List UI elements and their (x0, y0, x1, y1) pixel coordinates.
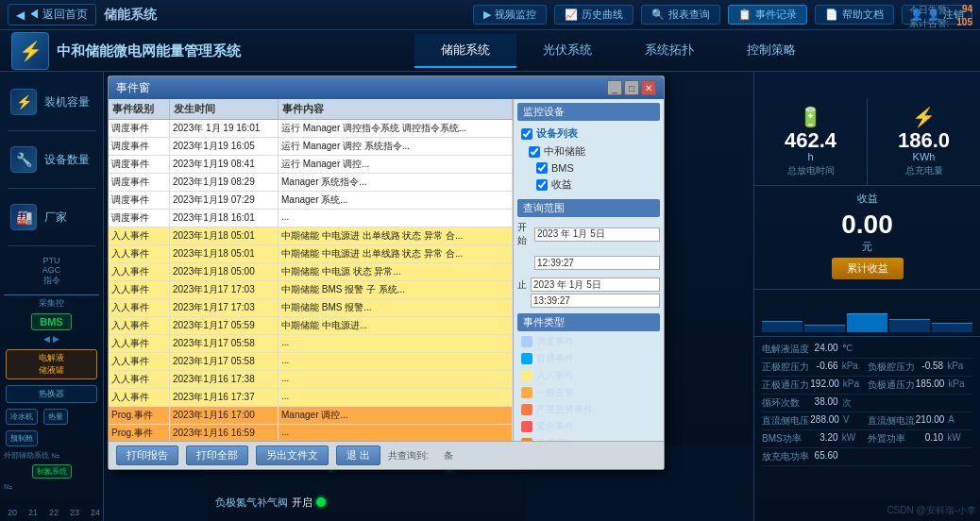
device-checkbox-bms[interactable] (536, 162, 548, 174)
main-nav-tabs: 储能系统 光伏系统 系统拓扑 控制策略 (257, 34, 980, 68)
pos-chamber-label: 正极腔压力 (762, 361, 813, 374)
start-date-input[interactable] (534, 227, 660, 242)
event-type-human[interactable]: 入人事件 (517, 367, 660, 384)
exit-button[interactable]: 退 出 (336, 445, 380, 465)
print-all-button[interactable]: 打印全部 (186, 445, 248, 465)
event-type-normal[interactable]: 普通事件 (517, 350, 660, 367)
sidebar-item-devices[interactable]: 🔧 设备数量 (0, 137, 103, 182)
pos-chamber-value: -0.66 (813, 361, 838, 374)
event-type-dispatch[interactable]: 调度事件 (517, 333, 660, 350)
tab-control-strategy[interactable]: 控制策略 (720, 34, 822, 68)
device-checkbox-list[interactable] (521, 128, 532, 140)
charge-unit: KWh (913, 151, 936, 162)
back-icon: ◀ (16, 8, 25, 22)
start-time-input[interactable] (534, 256, 660, 270)
device-list-label: 设备列表 (536, 126, 578, 141)
event-table-scroll[interactable]: 调度事件 2023年 1月 19 16:01 运行 Manager 调控指令系统… (109, 120, 513, 441)
table-row[interactable]: 入人事件 2023年1月16 17:38 ... (109, 371, 513, 389)
negative-valve-value: 开启 (292, 496, 313, 510)
table-row[interactable]: 调度事件 2023年1月19 07:29 Manager 系统... (109, 192, 513, 210)
empty-value (918, 343, 943, 356)
table-row[interactable]: 调度事件 2023年1月18 16:01 ... (109, 210, 513, 227)
report-query-button[interactable]: 🔍 报表查询 (641, 5, 720, 25)
temp-label: 电解液温度 (762, 343, 813, 356)
heater-box[interactable]: 热换器 (6, 385, 97, 403)
close-button[interactable]: ✕ (641, 80, 656, 95)
serious-alarm-color (521, 404, 532, 415)
cold-water-box[interactable]: 冷水机 (6, 409, 38, 425)
table-row[interactable]: Prog.事件 2023年1月16 16:59 ... (109, 425, 513, 441)
export-file-button[interactable]: 另出文件文 (256, 445, 329, 465)
table-row[interactable]: 入人事件 2023年1月17 05:58 ... (109, 353, 513, 371)
table-row[interactable]: 入人事件 2023年1月18 05:01 中期储能 中电源进 出单线路 状态 异… (109, 227, 513, 245)
print-report-button[interactable]: 打印报告 (116, 445, 178, 465)
event-type-general-alarm[interactable]: 一般告警 (517, 384, 660, 401)
history-curve-button[interactable]: 📈 历史曲线 (554, 5, 634, 25)
pos-chamber-unit: kPa (838, 361, 868, 374)
event-table-header: 事件级别 发生时间 事件内容 (109, 99, 513, 120)
dt-row-temp: 电解液温度 24.00 ℃ (762, 341, 972, 359)
bar-22 (847, 313, 887, 333)
tab-storage-system[interactable]: 储能系统 (414, 34, 516, 68)
earnings-section: 收益 0.00 元 累计收益 (754, 186, 980, 290)
electrolyte-pump-box[interactable]: 电解液储液罐 (6, 349, 97, 379)
dc-voltage-value: 288.00 (810, 414, 839, 428)
col-content: 事件内容 (279, 99, 513, 119)
table-row[interactable]: 入人事件 2023年1月17 05:59 中期储能 中电源进... (109, 317, 513, 335)
empty-unit (943, 343, 972, 356)
emergency-label: 紧急事件 (536, 420, 574, 433)
neg-chamber-unit: kPa (943, 361, 972, 374)
bar-label-24: 24 (91, 508, 100, 517)
human-label: 入人事件 (536, 369, 574, 382)
negative-valve-dot (316, 497, 326, 507)
sidebar-item-capacity[interactable]: ⚡ 装机容量 (0, 79, 103, 125)
device-earnings-label: 收益 (551, 177, 572, 192)
device-checkbox-storage[interactable] (529, 146, 540, 158)
table-row[interactable]: 调度事件 2023年1月19 08:29 Manager 系统指令... (109, 174, 513, 192)
table-row[interactable]: Prog.事件 2023年1月16 17:00 Manager 调控... (109, 407, 513, 425)
discharge-label: 总放电时间 (787, 164, 835, 177)
end-time-input[interactable] (531, 294, 660, 308)
help-icon: 📄 (825, 8, 838, 21)
neg-through-unit: kPa (944, 378, 972, 392)
table-row[interactable]: 入人事件 2023年1月17 17:03 中期储能 BMS 报警... (109, 299, 513, 317)
negative-valve-label: 负极氮气补气阀 (215, 496, 288, 510)
empty3-value (918, 450, 943, 463)
tab-topology[interactable]: 系统拓扑 (618, 34, 720, 68)
table-row[interactable]: 入人事件 2023年1月18 05:01 中期储能 中电源进 出单线路 状态 异… (109, 245, 513, 263)
right-stats-panel: 今日告警: 94 累计告警: 105 🔋 462.4 h 总放电时间 ⚡ 186… (753, 72, 980, 521)
tab-photovoltaic[interactable]: 光伏系统 (516, 34, 618, 68)
end-date-input[interactable] (531, 277, 660, 292)
table-row[interactable]: 调度事件 2023年 1月 19 16:01 运行 Manager 调控指令系统… (109, 120, 513, 138)
help-docs-button[interactable]: 📄 帮助文档 (815, 5, 894, 25)
bms-box[interactable]: BMS (31, 313, 71, 330)
table-row[interactable]: 入人事件 2023年1月16 17:37 ... (109, 389, 513, 407)
sidebar-item-manufacturer[interactable]: 🏭 厂家 (0, 194, 103, 240)
table-row[interactable]: 入人事件 2023年1月18 05:00 中期储能 中电源 状态 异常... (109, 263, 513, 281)
device-tree-item-storage[interactable]: 中和储能 (517, 143, 660, 160)
back-home-button[interactable]: ◀ ◀ 返回首页 (8, 4, 96, 25)
total-alerts-value: 105 (956, 17, 972, 30)
hot-box[interactable]: 热量 (43, 409, 68, 425)
empty2-unit (943, 396, 972, 410)
device-tree-item-list[interactable]: 设备列表 (517, 125, 660, 143)
end-date-row: 止 (517, 277, 660, 292)
earnings-title: 收益 (762, 192, 972, 206)
video-monitor-button[interactable]: ▶ 视频监控 (473, 5, 547, 25)
minimize-button[interactable]: _ (607, 80, 622, 95)
event-type-serious-alarm[interactable]: 严重告警事件 (517, 401, 660, 418)
maximize-button[interactable]: □ (624, 80, 639, 95)
bar-label-21: 21 (28, 508, 38, 517)
bms-power-value: 3.20 (813, 432, 838, 445)
cumulative-earnings-button[interactable]: 累计收益 (832, 258, 904, 279)
event-type-emergency[interactable]: 紧急事件 (517, 418, 660, 435)
nitrogen-system-box[interactable]: 制氮系统 (32, 464, 72, 479)
table-row[interactable]: 调度事件 2023年1月19 16:05 运行 Manager 调控 系统指令.… (109, 138, 513, 156)
table-row[interactable]: 入人事件 2023年1月17 17:03 中期储能 BMS 报警 子 系统... (109, 281, 513, 299)
table-row[interactable]: 入人事件 2023年1月17 05:58 ... (109, 335, 513, 353)
device-checkbox-earnings[interactable] (536, 179, 548, 191)
device-tree-item-earnings[interactable]: 收益 (517, 176, 660, 193)
device-tree-item-bms[interactable]: BMS (517, 160, 660, 176)
table-row[interactable]: 调度事件 2023年1月19 08:41 运行 Manager 调控... (109, 156, 513, 174)
event-log-button[interactable]: 📋 事件记录 (728, 5, 807, 25)
